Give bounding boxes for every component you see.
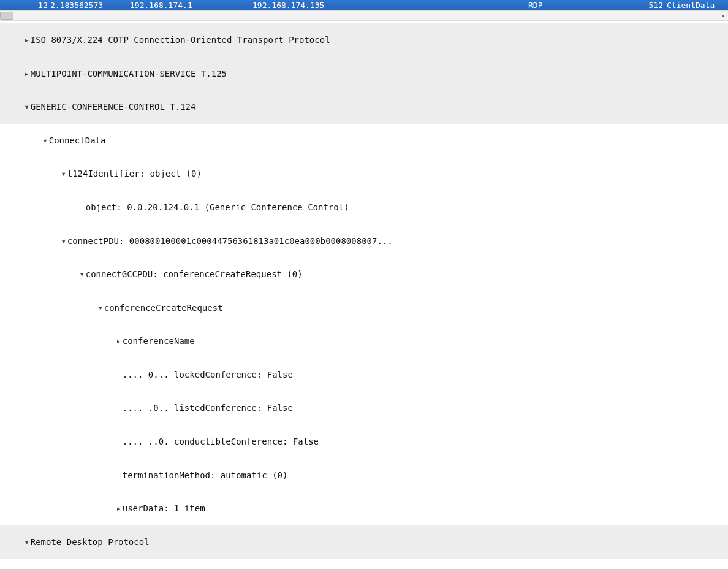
tree-label: connectPDU: 000800100001c00044756361813a… [67,236,393,246]
tree-item-connectpdu[interactable]: ▾connectPDU: 000800100001c00044756361813… [0,224,728,258]
tree-label: t124Identifier: object (0) [67,169,202,178]
expand-icon[interactable]: ▸ [23,68,31,79]
packet-details-tree[interactable]: ▸ISO 8073/X.224 COTP Connection-Oriented… [0,21,728,569]
collapse-icon[interactable]: ▾ [60,235,67,246]
scroll-thumb[interactable] [0,12,13,20]
collapse-icon[interactable]: ▾ [42,135,49,146]
tree-label: Remote Desktop Protocol [31,537,150,547]
tree-label: conferenceName [123,336,195,346]
tree-label: ConnectData [49,136,106,145]
collapse-icon[interactable]: ▾ [97,302,104,313]
tree-item-conferencename[interactable]: ▸conferenceName [0,324,728,358]
collapse-icon[interactable]: ▾ [78,269,86,280]
tree-label: ISO 8073/X.224 COTP Connection-Oriented … [31,35,330,45]
col-proto: RDP [528,0,626,10]
spacer-icon: ▸ [115,436,123,447]
packet-list-hscrollbar[interactable]: ◂ ▸ [0,10,728,21]
spacer-icon: ▸ [115,369,123,380]
tree-label: GENERIC-CONFERENCE-CONTROL T.124 [31,102,196,112]
tree-item-t125[interactable]: ▸MULTIPOINT-COMMUNICATION-SERVICE T.125 [0,57,728,91]
col-time: 2.183562573 [48,0,130,10]
tree-item-connectgccpdu[interactable]: ▾connectGCCPDU: conferenceCreateRequest … [0,258,728,291]
col-dest: 192.168.174.135 [252,0,528,10]
tree-item-t124identifier[interactable]: ▾t124Identifier: object (0) [0,157,728,191]
tree-label: userData: 1 item [123,503,205,513]
tree-label: conferenceCreateRequest [104,303,223,313]
collapse-icon[interactable]: ▾ [60,168,67,179]
tree-label: .... ..0. conductibleConference: False [123,437,319,446]
col-length: 512 [626,0,663,10]
expand-icon[interactable]: ▸ [115,335,123,346]
spacer-icon: ▸ [78,202,86,213]
tree-item-t124[interactable]: ▾GENERIC-CONFERENCE-CONTROL T.124 [0,90,728,124]
tree-label: object: 0.0.20.124.0.1 (Generic Conferen… [86,202,349,212]
tree-item-conductibleconference[interactable]: ▸.... ..0. conductibleConference: False [0,425,728,459]
tree-item-connectdata[interactable]: ▾ConnectData [0,124,728,158]
spacer-icon: ▸ [115,402,123,413]
col-info: ClientData [663,0,715,10]
col-number: 12 [4,0,48,10]
tree-item-lockedconference[interactable]: ▸.... 0... lockedConference: False [0,358,728,392]
tree-item-userdata[interactable]: ▸userData: 1 item [0,492,728,525]
tree-label: .... 0... lockedConference: False [123,370,293,380]
collapse-icon[interactable]: ▾ [23,101,31,112]
expand-icon[interactable]: ▸ [23,34,31,45]
collapse-icon[interactable]: ▾ [23,537,31,548]
tree-item-conferencecreaterequest[interactable]: ▾conferenceCreateRequest [0,291,728,325]
tree-item-cotp[interactable]: ▸ISO 8073/X.224 COTP Connection-Oriented… [0,23,728,57]
col-source: 192.168.174.1 [130,0,252,10]
tree-label: connectGCCPDU: conferenceCreateRequest (… [86,269,303,279]
tree-label: MULTIPOINT-COMMUNICATION-SERVICE T.125 [31,69,227,78]
scroll-right-icon[interactable]: ▸ [719,11,728,20]
expand-icon[interactable]: ▸ [115,503,123,514]
tree-item-listedconference[interactable]: ▸.... .0.. listedConference: False [0,391,728,425]
tree-item-rdp[interactable]: ▾Remote Desktop Protocol [0,525,728,559]
tree-label: terminationMethod: automatic (0) [123,470,288,480]
tree-item-object[interactable]: ▸object: 0.0.20.124.0.1 (Generic Confere… [0,191,728,224]
packet-list-selected-row[interactable]: 12 2.183562573 192.168.174.1 192.168.174… [0,0,728,10]
spacer-icon: ▸ [115,470,123,481]
tree-label: .... .0.. listedConference: False [123,403,293,413]
tree-item-clientdata[interactable]: ▾ClientData [0,559,728,569]
tree-item-terminationmethod[interactable]: ▸terminationMethod: automatic (0) [0,458,728,492]
